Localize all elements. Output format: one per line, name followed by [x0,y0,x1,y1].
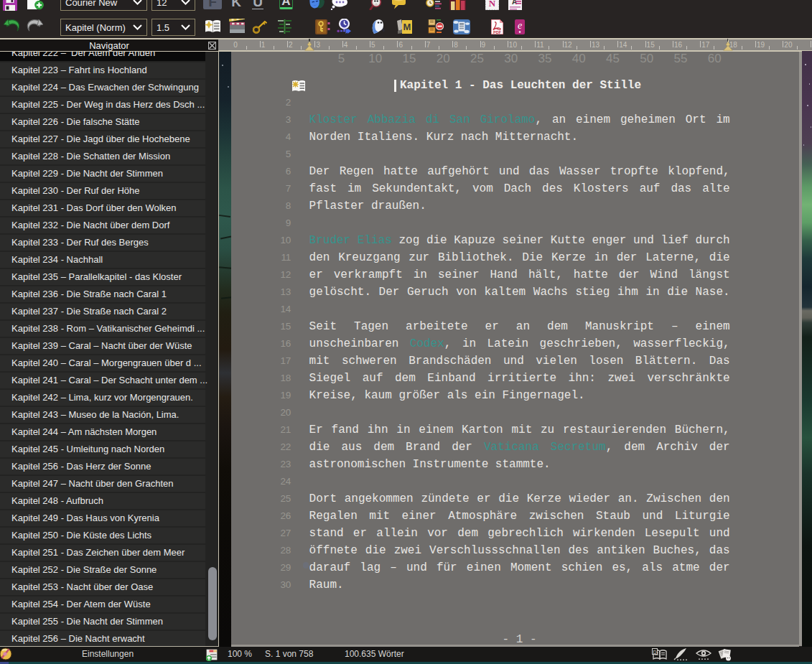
svg-text:M: M [403,22,411,32]
svg-text:D: D [653,650,656,655]
svg-text:PDF: PDF [493,30,502,34]
svg-text:N: N [489,0,496,9]
svg-text:e: e [518,20,522,31]
